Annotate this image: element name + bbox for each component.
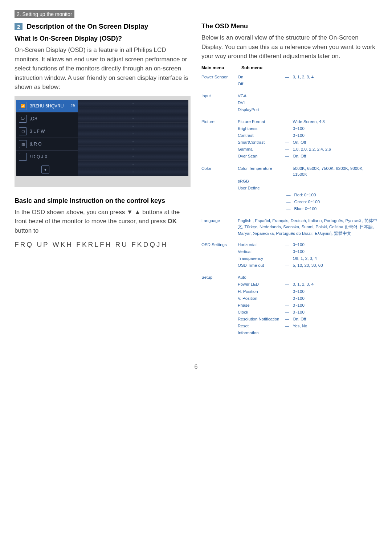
heading-what-is-osd: What is On-Screen Display (OSD)? — [15, 35, 191, 42]
sub-menu-item: Reset—Yes, No — [238, 323, 377, 329]
sub-menu-value: 5, 10, 20, 30, 60 — [293, 262, 323, 268]
sub-menu-label: Auto — [238, 274, 281, 280]
sub-menu-item: sRGB — [238, 178, 377, 184]
badge-number-2: 2 — [15, 23, 23, 30]
sub-menu-item: Resolution Notification—On, Off — [238, 316, 377, 322]
sub-menu-value: Yes, No — [293, 323, 307, 329]
paragraph-instruction: In the OSD shown above, you can press ▼ … — [15, 208, 191, 236]
sub-menu-value: 0, 1, 2, 3, 4 — [293, 74, 314, 80]
sub-menu-label: V. Position — [238, 295, 281, 301]
osd-row-label: / D Q J X — [30, 154, 48, 159]
sub-menu-item: OSD Time out—5, 10, 20, 30, 60 — [238, 262, 377, 268]
tree-section: OSD SettingsHorizontal—0~100Vertical—0~1… — [201, 242, 377, 269]
osd-row-label: 3RZHU 6HQVRU — [30, 103, 64, 109]
sub-menu-value: 0~100 — [293, 295, 305, 301]
sub-menu-label: Over Scan — [238, 153, 281, 159]
sub-menu-item: DisplayPort — [238, 107, 377, 113]
sub-menu-label: Color Temperature — [238, 165, 281, 171]
sub-menu-value: Off, 1, 2, 3, 4 — [293, 255, 317, 261]
sub-menu-item: Phase—0~100 — [238, 302, 377, 308]
sub-menu-value: 0~100 — [293, 126, 305, 131]
heading-description: 2 Description of the On Screen Display — [15, 23, 191, 30]
tree-section: PicturePicture Format—Wide Screen, 4:3Br… — [201, 119, 377, 160]
sub-menu-label: Vertical — [238, 249, 281, 254]
sub-menu-item: DVI — [238, 100, 377, 106]
main-menu-label: Power Sensor — [201, 74, 238, 79]
sub-menu-label: Reset — [238, 323, 281, 329]
sub-menu-item: Brightness—0~100 — [238, 126, 377, 131]
sub-menu-item: Clock—0~100 — [238, 309, 377, 315]
osd-row-icon: ▥ — [19, 140, 27, 148]
sub-menu-label: VGA — [238, 93, 281, 99]
sub-menu-item: Color Temperature—5000K, 6500K, 7500K, 8… — [238, 165, 377, 177]
sub-menu-label: DVI — [238, 100, 281, 106]
sub-menu-label: Picture Format — [238, 119, 281, 124]
sub-menu-label: H. Position — [238, 289, 281, 294]
sub-menu-value: On, Off — [293, 153, 306, 159]
sub-menu-label: Information — [238, 330, 281, 336]
sub-menu-item: VGA — [238, 93, 377, 99]
sub-menu-label: Resolution Notification — [238, 316, 281, 322]
sub-menu-value: 0~100 — [293, 309, 305, 315]
paragraph-osd-intro: On-Screen Display (OSD) is a feature in … — [15, 45, 191, 92]
sub-menu-value: 1.8, 2.0, 2.2, 2.4, 2.6 — [293, 146, 331, 152]
sub-menu-label: DisplayPort — [238, 107, 281, 113]
osd-menu-row: ▼ — [16, 163, 78, 176]
main-menu-label: Color — [201, 165, 238, 171]
sub-menu-label: Clock — [238, 309, 281, 315]
sub-menu-label: User Define — [238, 185, 281, 191]
sub-menu-item: Information — [238, 330, 377, 336]
tree-section: LanguageEnglish , Español, Français, Deu… — [201, 218, 377, 237]
tree-section: SetupAutoPower LED—0, 1, 2, 3, 4H. Posit… — [201, 274, 377, 337]
section-header: 2. Setting up the monitor — [15, 10, 74, 18]
heading-basic-instruction: Basic and simple instruction on the cont… — [15, 197, 191, 205]
sub-menu-value: On, Off — [293, 139, 306, 145]
sub-menu-item: On—0, 1, 2, 3, 4 — [238, 74, 377, 80]
osd-menu-row: 📶3RZHU 6HQVRU2ϑ — [16, 100, 78, 113]
sub-menu-item: Transparency—Off, 1, 2, 3, 4 — [238, 255, 377, 261]
sub-menu-item: Over Scan—On, Off — [238, 153, 377, 159]
osd-row-icon: ▢ — [19, 127, 27, 135]
sub-menu-item: Picture Format—Wide Screen, 4:3 — [238, 119, 377, 124]
osd-row-icon: ⋯ — [19, 153, 27, 161]
sub-menu-value: Wide Screen, 4:3 — [293, 119, 325, 124]
page-number: 6 — [15, 364, 377, 370]
osd-row-label: ,QS — [30, 116, 37, 121]
sub-menu-value: 0~100 — [293, 289, 305, 294]
tree-section: Power SensorOn—0, 1, 2, 3, 4Off — [201, 74, 377, 88]
osd-menu-row: ▢3 L F W — [16, 125, 78, 138]
main-menu-label: Language — [201, 218, 238, 223]
sub-menu-value: On, Off — [293, 316, 306, 322]
sub-menu-label: Off — [238, 81, 281, 87]
sub-menu-item: Off — [238, 81, 377, 87]
tree-section: InputVGADVIDisplayPort — [201, 93, 377, 114]
sub-menu-label: Phase — [238, 302, 281, 308]
osd-row-icon: ▼ — [41, 165, 49, 173]
sub-menu-label: Contrast — [238, 132, 281, 138]
sub-menu-item: Horizontal—0~100 — [238, 242, 377, 248]
sub-menu-child: —Blue: 0~100 — [238, 206, 377, 212]
sub-menu-item: Auto — [238, 274, 377, 280]
col-header-main-menu: Main menu — [201, 65, 241, 70]
sub-menu-label: Horizontal — [238, 242, 281, 248]
sub-menu-label: sRGB — [238, 178, 281, 184]
heading-osd-menu: The OSD Menu — [201, 23, 377, 30]
sub-menu-value: 0~100 — [293, 302, 305, 308]
sub-menu-value: 0~100 — [293, 132, 305, 138]
sub-menu-label: SmartContrast — [238, 139, 281, 145]
main-menu-label: Input — [201, 93, 238, 98]
sub-menu-item: User Define — [238, 185, 377, 191]
osd-menu-row: ▥& R O — [16, 138, 78, 151]
sub-menu-value: 0~100 — [293, 242, 305, 248]
osd-row-label: 3 L F W — [30, 129, 45, 134]
sub-menu-child: —Green: 0~100 — [238, 199, 377, 205]
sub-menu-item: SmartContrast—On, Off — [238, 139, 377, 145]
heading-text: Description of the On Screen Display — [27, 23, 148, 30]
sub-menu-label: OSD Time out — [238, 262, 281, 268]
osd-menu-row: ⋯/ D Q J X — [16, 151, 78, 163]
osd-row-icon: 📶 — [19, 102, 27, 110]
main-menu-label: OSD Settings — [201, 242, 238, 247]
main-menu-label: Picture — [201, 119, 238, 124]
main-menu-label: Setup — [201, 274, 238, 279]
paragraph-osd-menu-intro: Below is an overall view of the structur… — [201, 33, 377, 61]
